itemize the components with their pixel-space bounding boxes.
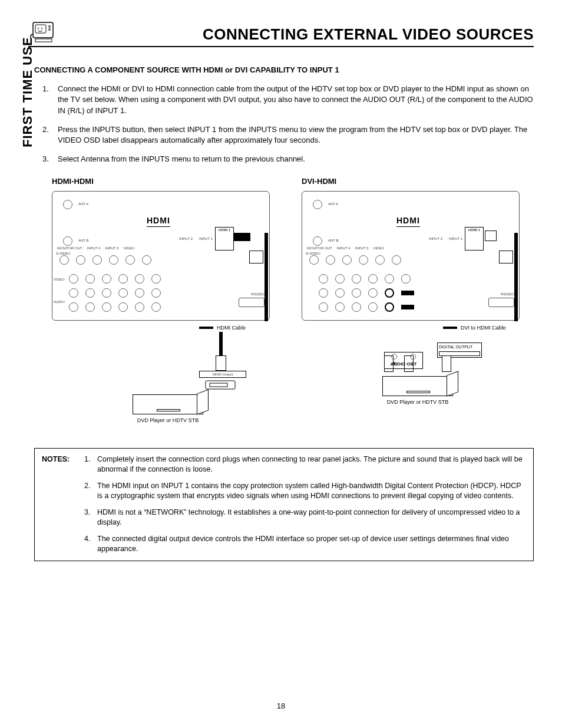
- rear-panel-diagram: HDMI ANT A ANT B HDMI 1 INPUT 1 INPUT 2 …: [302, 191, 520, 321]
- input3-label: INPUT 3: [105, 246, 118, 251]
- port: [135, 288, 144, 298]
- svg-rect-8: [210, 383, 227, 387]
- monitor-out-label: MONITOR OUT: [57, 246, 82, 251]
- cable-legend: DVI to HDMI Cable: [443, 324, 506, 332]
- port: [151, 302, 161, 312]
- page-header: CONNECTING EXTERNAL VIDEO SOURCES: [28, 18, 534, 47]
- port: [151, 288, 161, 298]
- step-number: 1.: [42, 84, 58, 116]
- ant-a-label: ANT A: [78, 202, 88, 206]
- hdmi-logo: HDMI: [396, 215, 420, 228]
- port: [92, 255, 102, 265]
- port: [135, 274, 144, 284]
- hdmi-logo: HDMI: [147, 215, 170, 228]
- port: [102, 274, 111, 284]
- device-caption: DVD Player or HDTV STB: [52, 417, 284, 424]
- port: [118, 274, 128, 284]
- tv-small-icon: [205, 380, 240, 391]
- diagram-hdmi-hdmi: HDMI-HDMI HDMI ANT A ANT B HDMI 1 INPUT …: [52, 176, 284, 424]
- port: [125, 255, 135, 265]
- port: [135, 302, 144, 312]
- port: [69, 288, 78, 298]
- ant-a-port: [63, 200, 72, 209]
- cable-swatch: [443, 327, 457, 329]
- step-item: 2. Press the INPUTS button, then select …: [42, 124, 534, 146]
- note-item: 3. HDMI is not a “NETWORK” technology. I…: [84, 508, 526, 528]
- audio-label: AUDIO: [54, 299, 65, 304]
- step-item: 3. Select Antenna from the INPUTS menu t…: [42, 154, 534, 164]
- audio-plug-icon: [401, 305, 414, 309]
- input1-label: INPUT 1: [449, 236, 462, 241]
- step-item: 1. Connect the HDMI or DVI to HDMI conne…: [42, 84, 534, 116]
- audio-plug-icon: [401, 291, 414, 295]
- hdmi1-label: HDMI 1: [465, 228, 483, 232]
- svg-rect-6: [35, 39, 52, 42]
- diagram-title: DVI-HDMI: [302, 176, 534, 187]
- port: [118, 288, 128, 298]
- port: [59, 255, 69, 265]
- port: [85, 288, 95, 298]
- ant-b-label: ANT B: [328, 238, 339, 243]
- cable-legend: HDMI Cable: [199, 324, 246, 332]
- note-item: 2. The HDMI input on INPUT 1 contains th…: [84, 481, 526, 502]
- step-text: Select Antenna from the INPUTS menu to r…: [58, 154, 305, 164]
- diagram-title: HDMI-HDMI: [52, 176, 284, 187]
- ant-a-port: [313, 200, 322, 209]
- ant-b-label: ANT B: [78, 238, 89, 243]
- notes-box: NOTES: 1. Completely insert the connecti…: [34, 448, 534, 561]
- step-number: 2.: [42, 124, 58, 146]
- input2-label: INPUT 2: [429, 236, 442, 241]
- video-label: VIDEO: [123, 246, 134, 251]
- diagram-row: HDMI-HDMI HDMI ANT A ANT B HDMI 1 INPUT …: [52, 176, 534, 424]
- port: [69, 274, 78, 284]
- input2-label: INPUT 2: [179, 236, 193, 241]
- ant-b-port: [313, 236, 322, 246]
- page-number: 18: [0, 701, 562, 710]
- rear-panel-diagram: HDMI ANT A ANT B HDMI 1 INPUT 1 INPUT 2: [52, 191, 270, 321]
- port: [85, 302, 95, 312]
- cable-label-text: DVI to HDMI Cable: [461, 324, 506, 332]
- ant-a-label: ANT A: [328, 202, 338, 206]
- input4-label: INPUT 4: [87, 246, 101, 251]
- audio-out-box: R L AUDIO OUT: [384, 352, 423, 369]
- svg-point-2: [38, 28, 39, 29]
- dvd-player-icon: [133, 394, 203, 414]
- port: [109, 255, 118, 265]
- diagram-dvi-hdmi: DVI-HDMI HDMI ANT A ANT B HDMI 1 INPUT 1…: [302, 176, 534, 424]
- port: [151, 274, 161, 284]
- svg-point-3: [41, 28, 42, 29]
- rs232c-label: RS232C: [251, 292, 265, 297]
- svg-point-5: [49, 29, 51, 31]
- dvd-player-icon: [382, 376, 453, 396]
- step-number: 3.: [42, 154, 58, 164]
- port: [85, 274, 95, 284]
- port: [118, 302, 128, 312]
- port: [102, 302, 111, 312]
- device-caption: DVD Player or HDTV STB: [302, 398, 534, 406]
- port: [142, 255, 151, 265]
- page-title: CONNECTING EXTERNAL VIDEO SOURCES: [203, 25, 534, 44]
- notes-label: NOTES:: [42, 454, 84, 555]
- note-item: 4. The connected digital output device c…: [84, 534, 526, 555]
- note-item: 1. Completely insert the connection cord…: [84, 454, 526, 475]
- port: [102, 288, 111, 298]
- hdmi-output-label: HDMI Output: [199, 371, 246, 378]
- cable-swatch: [199, 327, 213, 329]
- svg-point-4: [49, 26, 51, 28]
- port: [69, 302, 78, 312]
- step-text: Connect the HDMI or DVI to HDMI connecti…: [58, 84, 534, 116]
- steps-list: 1. Connect the HDMI or DVI to HDMI conne…: [42, 84, 534, 164]
- notes-list: 1. Completely insert the connection cord…: [84, 454, 526, 555]
- section-heading: CONNECTING A COMPONENT SOURCE WITH HDMI …: [34, 65, 534, 75]
- side-tab: FIRST TIME USE: [20, 37, 35, 147]
- cable-label-text: HDMI Cable: [217, 324, 246, 332]
- ant-b-port: [63, 236, 72, 246]
- step-text: Press the INPUTS button, then select INP…: [58, 124, 534, 146]
- dvi-connector-icon: [442, 355, 451, 372]
- video-row-label: VIDEO: [54, 277, 65, 282]
- main-content: CONNECTING A COMPONENT SOURCE WITH HDMI …: [34, 65, 534, 561]
- hdmi1-label: HDMI 1: [216, 228, 233, 232]
- port: [76, 255, 85, 265]
- input1-label: INPUT 1: [199, 236, 213, 241]
